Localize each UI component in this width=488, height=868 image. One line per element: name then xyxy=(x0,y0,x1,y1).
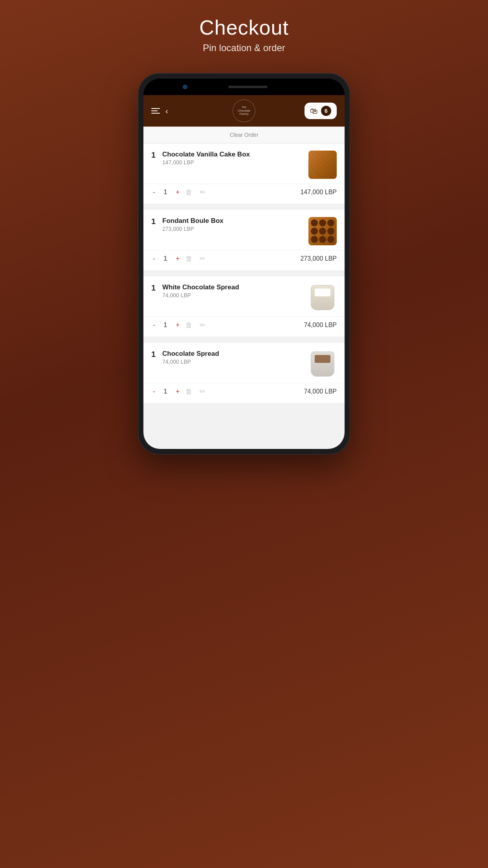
item-3-header: 1 White Chocolate Spread 74,000 LBP xyxy=(143,276,345,316)
item-3-name: White Chocolate Spread xyxy=(162,283,239,291)
item-3-plus-button[interactable]: + xyxy=(174,321,182,329)
cart-icon: 🛍 xyxy=(310,107,318,116)
item-1-action-icons: 🗑 ✏ xyxy=(185,188,205,197)
item-4-info: 1 Chocolate Spread 74,000 LBP xyxy=(151,350,219,365)
item-4-delete-icon[interactable]: 🗑 xyxy=(185,388,193,396)
item-3-unit-price: 74,000 LBP xyxy=(162,292,239,298)
order-item-3: 1 White Chocolate Spread 74,000 LBP - 1 xyxy=(143,276,345,337)
item-1-header: 1 Chocolate Vanilla Cake Box 147,000 LBP xyxy=(143,143,345,184)
divider-3 xyxy=(143,340,345,343)
item-2-name: Fondant Boule Box xyxy=(162,217,224,225)
item-1-image xyxy=(308,151,337,179)
logo-container: The Chocolate Factory xyxy=(233,99,255,122)
page-header: Checkout Pin location & order xyxy=(199,12,289,61)
item-2-qty-number: 1 xyxy=(151,217,158,226)
item-3-details: White Chocolate Spread 74,000 LBP xyxy=(162,283,239,298)
clear-order-label: Clear Order xyxy=(229,132,258,138)
item-3-qty-value: 1 xyxy=(162,321,169,329)
item-3-image xyxy=(308,283,337,312)
fondant-box-image xyxy=(308,217,337,245)
item-4-edit-icon[interactable]: ✏ xyxy=(200,387,205,396)
item-3-action-icons: 🗑 ✏ xyxy=(185,321,205,329)
header-left: ‹ xyxy=(151,107,168,116)
phone-camera xyxy=(183,85,187,89)
choc-spread-image xyxy=(311,351,334,377)
item-2-minus-button[interactable]: - xyxy=(151,254,157,263)
vanilla-cake-image xyxy=(308,151,337,179)
item-2-unit-price: 273,000 LBP xyxy=(162,226,224,232)
item-4-unit-price: 74,000 LBP xyxy=(162,359,219,365)
item-2-delete-icon[interactable]: 🗑 xyxy=(185,255,193,263)
cart-count: 6 xyxy=(321,106,331,116)
item-1-unit-price: 147,000 LBP xyxy=(162,159,250,166)
item-1-plus-button[interactable]: + xyxy=(174,188,182,197)
item-1-details: Chocolate Vanilla Cake Box 147,000 LBP xyxy=(162,151,250,166)
order-item-4: 1 Chocolate Spread 74,000 LBP - 1 + xyxy=(143,343,345,403)
hamburger-menu-icon[interactable] xyxy=(151,108,160,114)
item-3-edit-icon[interactable]: ✏ xyxy=(200,321,205,329)
page-subtitle: Pin location & order xyxy=(199,42,289,53)
item-2-image xyxy=(308,217,337,245)
item-2-edit-icon[interactable]: ✏ xyxy=(200,254,205,263)
logo-circle: The Chocolate Factory xyxy=(233,99,255,122)
item-4-image xyxy=(308,350,337,378)
item-4-qty-value: 1 xyxy=(162,388,169,395)
phone-notch-bar xyxy=(143,79,345,95)
white-spread-image xyxy=(311,285,334,310)
item-4-total: 74,000 LBP xyxy=(304,388,337,395)
item-2-action-icons: 🗑 ✏ xyxy=(185,254,205,263)
item-4-plus-button[interactable]: + xyxy=(174,387,182,396)
item-4-controls: - 1 + 🗑 ✏ 74,000 LBP xyxy=(143,383,345,403)
phone-speaker xyxy=(228,86,268,88)
item-4-qty-number: 1 xyxy=(151,350,158,359)
divider-2 xyxy=(143,273,345,276)
app-screen: ‹ The Chocolate Factory 🛍 6 xyxy=(143,95,345,449)
item-2-qty-value: 1 xyxy=(162,255,169,263)
item-4-minus-button[interactable]: - xyxy=(151,387,157,396)
page-title: Checkout xyxy=(199,16,289,39)
clear-order-bar[interactable]: Clear Order xyxy=(143,127,345,143)
item-3-qty-controls: - 1 + xyxy=(151,321,182,329)
item-3-controls: - 1 + 🗑 ✏ 74,000 LBP xyxy=(143,316,345,337)
item-3-info: 1 White Chocolate Spread 74,000 LBP xyxy=(151,283,239,298)
phone-frame: ‹ The Chocolate Factory 🛍 6 xyxy=(138,73,350,454)
item-4-qty-controls: - 1 + xyxy=(151,387,182,396)
item-2-info: 1 Fondant Boule Box 273,000 LBP xyxy=(151,217,224,232)
order-item-2: 1 Fondant Boule Box 273,000 LBP xyxy=(143,210,345,270)
item-1-info: 1 Chocolate Vanilla Cake Box 147,000 LBP xyxy=(151,151,250,166)
item-3-qty-number: 1 xyxy=(151,283,158,292)
item-3-minus-button[interactable]: - xyxy=(151,321,157,329)
item-1-qty-controls: - 1 + xyxy=(151,188,182,197)
order-item-1: 1 Chocolate Vanilla Cake Box 147,000 LBP… xyxy=(143,143,345,204)
logo-text: The Chocolate Factory xyxy=(238,106,250,116)
item-4-details: Chocolate Spread 74,000 LBP xyxy=(162,350,219,365)
divider-1 xyxy=(143,207,345,210)
item-4-header: 1 Chocolate Spread 74,000 LBP xyxy=(143,343,345,383)
item-2-controls: - 1 + 🗑 ✏ 273,000 LBP xyxy=(143,250,345,270)
item-1-qty-value: 1 xyxy=(162,188,169,196)
back-icon[interactable]: ‹ xyxy=(165,107,168,116)
item-4-name: Chocolate Spread xyxy=(162,350,219,358)
item-3-total: 74,000 LBP xyxy=(304,322,337,329)
item-1-qty-number: 1 xyxy=(151,151,158,160)
item-1-minus-button[interactable]: - xyxy=(151,188,157,197)
item-1-controls: - 1 + 🗑 ✏ 147,000 LBP xyxy=(143,184,345,204)
item-2-details: Fondant Boule Box 273,000 LBP xyxy=(162,217,224,232)
item-2-plus-button[interactable]: + xyxy=(174,254,182,263)
item-1-total: 147,000 LBP xyxy=(300,189,337,196)
app-header: ‹ The Chocolate Factory 🛍 6 xyxy=(143,95,345,127)
item-3-delete-icon[interactable]: 🗑 xyxy=(185,321,193,329)
item-2-total: 273,000 LBP xyxy=(300,255,337,262)
phone-inner: ‹ The Chocolate Factory 🛍 6 xyxy=(143,79,345,449)
item-2-qty-controls: - 1 + xyxy=(151,254,182,263)
item-4-action-icons: 🗑 ✏ xyxy=(185,387,205,396)
item-1-edit-icon[interactable]: ✏ xyxy=(200,188,205,197)
item-1-name: Chocolate Vanilla Cake Box xyxy=(162,151,250,158)
item-2-header: 1 Fondant Boule Box 273,000 LBP xyxy=(143,210,345,250)
item-1-delete-icon[interactable]: 🗑 xyxy=(185,188,193,197)
cart-badge[interactable]: 🛍 6 xyxy=(305,103,337,119)
